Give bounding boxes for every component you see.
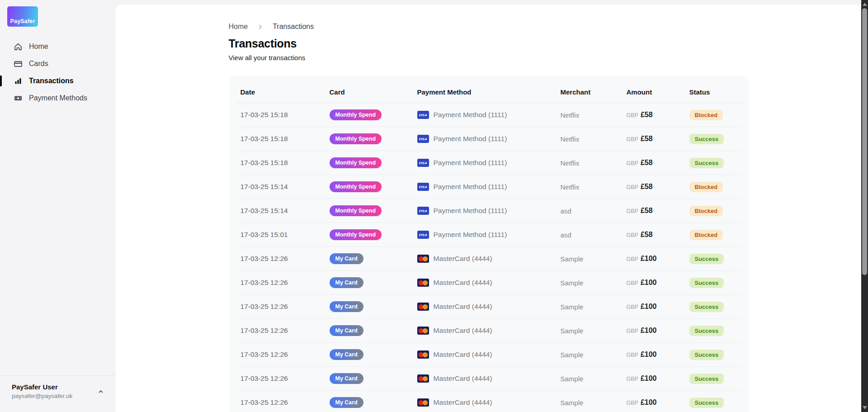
- cell-status: Success: [689, 151, 741, 175]
- amount-value: £100: [641, 350, 657, 358]
- amount-value: £100: [641, 398, 657, 406]
- sidebar-item-cards[interactable]: Cards: [0, 55, 116, 72]
- column-header-date: Date: [236, 76, 330, 103]
- cell-card: My Card: [330, 343, 417, 367]
- column-header-amount: Amount: [627, 76, 689, 103]
- cell-merchant: Netflix: [561, 151, 627, 175]
- payment-method-label: MasterCard (4444): [434, 303, 492, 311]
- cell-amount: GBP£58: [627, 199, 689, 223]
- card-badge: My Card: [330, 277, 363, 288]
- cell-date: 17-03-25 12:26: [236, 367, 330, 391]
- home-icon: [14, 42, 23, 51]
- column-header-payment-method: Payment Method: [417, 76, 561, 103]
- status-badge: Blocked: [689, 206, 723, 216]
- page-title: Transactions: [229, 37, 749, 50]
- payment-method-label: MasterCard (4444): [434, 398, 492, 407]
- cell-status: Blocked: [689, 199, 741, 223]
- transactions-tbody: 17-03-25 15:18 Monthly Spend VISA Paymen…: [236, 103, 741, 412]
- sidebar-item-label: Home: [29, 43, 48, 51]
- status-badge: Success: [689, 134, 724, 144]
- status-badge: Success: [689, 158, 724, 168]
- amount-value: £58: [641, 231, 653, 238]
- payment-method-label: MasterCard (4444): [434, 350, 492, 359]
- cell-amount: GBP£58: [627, 223, 689, 247]
- cell-amount: GBP£58: [627, 151, 689, 175]
- cell-merchant: Sample: [561, 319, 627, 343]
- status-badge: Success: [689, 374, 724, 384]
- cell-date: 17-03-25 12:26: [236, 343, 330, 367]
- cell-status: Success: [689, 271, 741, 295]
- cell-payment-method: MasterCard (4444): [417, 295, 561, 319]
- cell-date: 17-03-25 15:18: [236, 103, 330, 127]
- sidebar-item-transactions[interactable]: Transactions: [0, 72, 116, 90]
- cell-date: 17-03-25 12:26: [236, 391, 330, 412]
- card-badge: My Card: [330, 349, 363, 360]
- cell-status: Success: [689, 319, 741, 343]
- cell-card: Monthly Spend: [330, 223, 417, 247]
- payment-method-label: Payment Method (1111): [434, 111, 507, 119]
- sidebar-item-payment-methods[interactable]: Payment Methods: [0, 90, 116, 107]
- cell-amount: GBP£58: [627, 127, 689, 151]
- mastercard-icon: [417, 303, 429, 311]
- cell-date: 17-03-25 12:26: [236, 319, 330, 343]
- cell-amount: GBP£100: [627, 319, 689, 343]
- scrollbar-thumb[interactable]: [862, 8, 867, 275]
- cell-payment-method: MasterCard (4444): [417, 343, 561, 367]
- status-badge: Success: [689, 326, 724, 336]
- scrollbar-down-arrow-icon[interactable]: [863, 406, 867, 409]
- status-badge: Success: [689, 254, 724, 264]
- cell-date: 17-03-25 15:18: [236, 127, 330, 151]
- card-badge: My Card: [330, 373, 363, 384]
- status-badge: Success: [689, 278, 724, 288]
- card-badge: Monthly Spend: [330, 229, 382, 240]
- card-badge: My Card: [330, 253, 363, 264]
- card-badge: Monthly Spend: [330, 205, 382, 216]
- cell-card: My Card: [330, 271, 417, 295]
- cell-merchant: Sample: [561, 343, 627, 367]
- breadcrumb-home[interactable]: Home: [229, 23, 248, 31]
- table-row: 17-03-25 15:18 Monthly Spend VISA Paymen…: [236, 151, 741, 175]
- user-menu[interactable]: PaySafer User paysafer@paysafer.uk: [0, 375, 116, 412]
- cell-card: My Card: [330, 319, 417, 343]
- table-row: 17-03-25 15:14 Monthly Spend VISA Paymen…: [236, 175, 741, 199]
- table-row: 17-03-25 15:01 Monthly Spend VISA Paymen…: [236, 223, 741, 247]
- cell-amount: GBP£100: [627, 271, 689, 295]
- cell-merchant: Netflix: [561, 175, 627, 199]
- mastercard-icon: [417, 398, 429, 407]
- mastercard-icon: [417, 327, 429, 335]
- card-badge: Monthly Spend: [330, 157, 382, 168]
- cell-payment-method: VISA Payment Method (1111): [417, 175, 561, 199]
- cell-merchant: Netflix: [561, 127, 627, 151]
- cell-payment-method: MasterCard (4444): [417, 319, 561, 343]
- cell-payment-method: MasterCard (4444): [417, 271, 561, 295]
- cell-payment-method: VISA Payment Method (1111): [417, 127, 561, 151]
- brand-logo-text: PaySafer: [10, 18, 35, 27]
- payment-method-label: Payment Method (1111): [434, 231, 507, 239]
- amount-value: £58: [641, 183, 653, 190]
- scrollbar[interactable]: [861, 0, 868, 412]
- card-badge: My Card: [330, 325, 363, 336]
- sidebar-item-home[interactable]: Home: [0, 38, 116, 55]
- visa-icon: VISA: [417, 111, 429, 119]
- user-name: PaySafer User: [12, 383, 104, 391]
- cell-merchant: Sample: [561, 367, 627, 391]
- brand-logo[interactable]: PaySafer: [7, 6, 38, 27]
- cell-amount: GBP£100: [627, 247, 689, 271]
- chevron-up-icon[interactable]: [98, 388, 104, 395]
- cell-status: Blocked: [689, 223, 741, 247]
- cell-status: Success: [689, 343, 741, 367]
- cell-date: 17-03-25 15:14: [236, 175, 330, 199]
- cell-payment-method: MasterCard (4444): [417, 367, 561, 391]
- cell-date: 17-03-25 15:18: [236, 151, 330, 175]
- table-row: 17-03-25 12:26 My Card MasterCard (4444)…: [236, 271, 741, 295]
- scrollbar-up-arrow-icon[interactable]: [863, 3, 867, 6]
- amount-currency: GBP: [627, 328, 638, 334]
- visa-icon: VISA: [417, 183, 429, 191]
- card-badge: My Card: [330, 397, 363, 408]
- cell-card: My Card: [330, 295, 417, 319]
- cell-date: 17-03-25 15:01: [236, 223, 330, 247]
- cell-status: Blocked: [689, 103, 741, 127]
- chevron-right-icon: [257, 24, 264, 30]
- card-badge: Monthly Spend: [330, 109, 382, 120]
- cards-icon: [14, 59, 23, 68]
